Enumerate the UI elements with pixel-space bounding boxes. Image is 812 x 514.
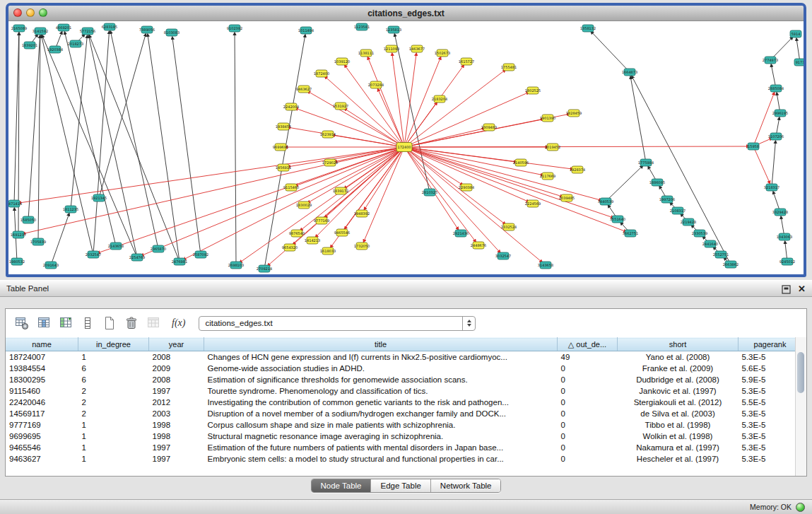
column-header-year[interactable]: year (149, 338, 204, 351)
table-row[interactable]: 946554611997Estimation of the future num… (6, 442, 802, 453)
cell-in_degree[interactable]: 6 (78, 363, 149, 374)
delete-table-button[interactable] (124, 315, 139, 331)
memory-indicator-icon[interactable] (796, 503, 805, 512)
graph-edge[interactable] (326, 78, 404, 147)
column-header-name[interactable]: name (6, 338, 78, 351)
graph-edge[interactable] (14, 35, 19, 204)
column-header-out_degree[interactable]: △ out_de... (558, 338, 618, 351)
cell-title[interactable]: Tourette syndrome. Phenomenology and cla… (204, 385, 558, 397)
cell-name[interactable]: 18724007 (6, 351, 78, 363)
cell-title[interactable]: Embryonic stem cells: a model to study s… (204, 453, 558, 465)
graph-edge[interactable] (297, 109, 404, 147)
table-row[interactable]: 1456911722003Disruption of a novel membe… (6, 408, 802, 419)
import-table-button[interactable] (146, 315, 161, 331)
table-row[interactable]: 977716911998Corpus callosum shape and si… (6, 419, 802, 431)
cell-in_degree[interactable]: 2 (78, 397, 149, 408)
cell-pagerank[interactable]: 5.3E-5 (739, 351, 802, 363)
graph-edge[interactable] (404, 147, 475, 240)
table-row[interactable]: 1938455462009Genome-wide association stu… (6, 363, 802, 374)
cell-in_degree[interactable]: 6 (78, 374, 149, 385)
cell-out_degree[interactable]: 0 (558, 453, 618, 465)
cell-in_degree[interactable]: 1 (78, 419, 149, 431)
graph-edge[interactable] (51, 215, 69, 265)
cell-name[interactable]: 9463627 (6, 453, 78, 465)
cell-short[interactable]: Franke et al. (2009) (618, 363, 739, 374)
cell-in_degree[interactable]: 1 (78, 442, 149, 453)
close-panel-button[interactable]: ✕ (798, 284, 806, 293)
column-header-pagerank[interactable]: pagerank (739, 338, 802, 351)
column-header-in_degree[interactable]: in_degree (78, 338, 149, 351)
tab-node-table[interactable]: Node Table (312, 479, 372, 492)
cell-in_degree[interactable]: 2 (78, 408, 149, 419)
cell-name[interactable]: 9699695 (6, 431, 78, 442)
cell-pagerank[interactable]: 5.3E-5 (739, 385, 802, 397)
cell-title[interactable]: Corpus callosum shape and size in male p… (204, 419, 558, 431)
cell-short[interactable]: de Silva et al. (2003) (618, 408, 739, 419)
cell-year[interactable]: 2008 (149, 374, 204, 385)
cell-out_degree[interactable]: 0 (558, 408, 618, 419)
cell-pagerank[interactable]: 5.9E-5 (739, 374, 802, 385)
cell-year[interactable]: 1997 (149, 442, 204, 453)
scrollbar-thumb[interactable] (797, 352, 804, 393)
graph-edge[interactable] (71, 37, 87, 209)
cell-title[interactable]: Estimation of significance thresholds fo… (204, 374, 558, 385)
graph-edge[interactable] (111, 33, 158, 249)
cell-title[interactable]: Changes of HCN gene expression and I(f) … (204, 351, 558, 363)
row-height-button[interactable] (80, 315, 95, 331)
graph-edge[interactable] (28, 37, 40, 220)
cell-pagerank[interactable]: 5.5E-5 (739, 397, 802, 408)
cell-pagerank[interactable]: 5.3E-5 (739, 453, 802, 465)
cell-title[interactable]: Estimation of the future numbers of pati… (204, 442, 558, 453)
cell-year[interactable]: 1997 (149, 385, 204, 397)
cell-out_degree[interactable]: 0 (558, 442, 618, 453)
cell-pagerank[interactable]: 5.6E-5 (739, 363, 802, 374)
cell-short[interactable]: Tibbo et al. (1998) (618, 419, 739, 431)
cell-out_degree[interactable]: 0 (558, 397, 618, 408)
cell-in_degree[interactable]: 1 (78, 453, 149, 465)
graph-edge[interactable] (148, 36, 180, 262)
cell-name[interactable]: 9115460 (6, 385, 78, 397)
graph-edge[interactable] (20, 147, 404, 203)
cell-out_degree[interactable]: 0 (558, 431, 618, 442)
cell-pagerank[interactable]: 5.3E-5 (739, 408, 802, 419)
graph-edge[interactable] (632, 78, 731, 264)
cell-year[interactable]: 2012 (149, 397, 204, 408)
graph-edge[interactable] (753, 146, 769, 182)
cell-out_degree[interactable]: 0 (558, 419, 618, 431)
cell-year[interactable]: 2008 (149, 351, 204, 363)
window-minimize-button[interactable] (26, 8, 35, 17)
graph-edge[interactable] (43, 37, 137, 257)
cell-in_degree[interactable]: 1 (78, 431, 149, 442)
graph-edge[interactable] (42, 37, 93, 255)
tab-edge-table[interactable]: Edge Table (371, 479, 430, 492)
create-column-button[interactable] (58, 315, 73, 331)
show-columns-button[interactable] (36, 315, 52, 331)
graph-edge[interactable] (592, 33, 630, 72)
graph-edge[interactable] (404, 147, 611, 217)
graph-edge[interactable] (772, 143, 775, 187)
graph-edge[interactable] (404, 146, 747, 147)
cell-name[interactable]: 9465546 (6, 442, 78, 453)
column-header-short[interactable]: short (618, 338, 739, 351)
cell-out_degree[interactable]: 0 (558, 374, 618, 385)
cell-out_degree[interactable]: 0 (558, 385, 618, 397)
graph-edge[interactable] (100, 147, 404, 252)
window-zoom-button[interactable] (39, 8, 47, 17)
cell-title[interactable]: Structural magnetic resonance image aver… (204, 431, 558, 442)
cell-out_degree[interactable]: 0 (558, 363, 618, 374)
cell-pagerank[interactable]: 5.3E-5 (739, 442, 802, 453)
cell-pagerank[interactable]: 5.3E-5 (739, 419, 802, 431)
cell-year[interactable]: 1997 (149, 453, 204, 465)
network-canvas[interactable]: 1724009465546977716918300299115460145691… (8, 21, 804, 277)
table-options-button[interactable] (14, 315, 30, 331)
cell-short[interactable]: Dudbridge et al. (2008) (618, 374, 739, 385)
network-svg[interactable]: 1724009465546977716918300299115460145691… (8, 21, 804, 277)
cell-in_degree[interactable]: 1 (78, 351, 149, 363)
table-row[interactable]: 911546021997Tourette syndrome. Phenomeno… (6, 385, 802, 397)
cell-short[interactable]: Stergiakouli et al. (2012) (618, 397, 739, 408)
cell-name[interactable]: 22420046 (6, 397, 78, 408)
cell-name[interactable]: 18300295 (6, 374, 78, 385)
graph-edge[interactable] (606, 167, 642, 201)
graph-edge[interactable] (38, 37, 40, 242)
graph-edge[interactable] (368, 59, 404, 147)
